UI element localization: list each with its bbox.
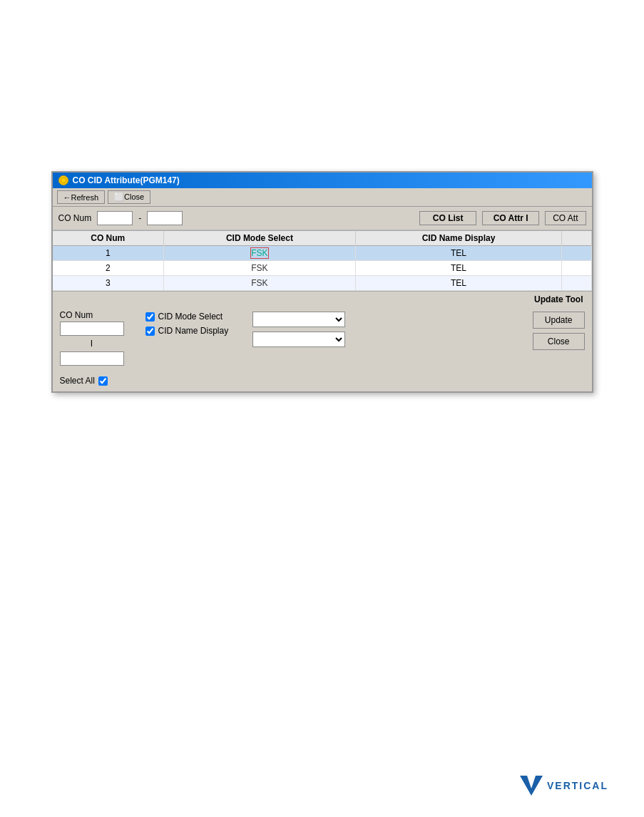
col-header-cid-name: CID Name Display	[355, 231, 562, 246]
co-list-button[interactable]: CO List	[419, 211, 476, 225]
cell-co-num: 2	[53, 261, 164, 276]
select-all-checkbox[interactable]	[98, 376, 108, 386]
logo-text: VERTICAL	[547, 780, 608, 791]
cell-co-num: 1	[53, 246, 164, 261]
title-bar: CO CID Attribute(PGM147)	[53, 173, 592, 188]
co-num-input1[interactable]	[97, 211, 133, 225]
checkboxes-section: CID Mode Select CID Name Display	[145, 310, 245, 336]
cid-name-checkbox-label: CID Name Display	[158, 326, 229, 336]
top-controls: CO Num - CO List CO Attr I CO Att	[53, 207, 592, 230]
close-toolbar-button[interactable]: ⬜Close	[108, 190, 150, 204]
dialog-window: CO CID Attribute(PGM147) ←Refresh ⬜Close…	[51, 171, 593, 393]
cell-cid-name: TEL	[355, 246, 562, 261]
cell-co-num: 3	[53, 276, 164, 291]
select-all-label: Select All	[60, 376, 95, 386]
col-header-cid-mode: CID Mode Select	[164, 231, 356, 246]
svg-point-0	[61, 178, 66, 183]
co-num-label: CO Num	[58, 213, 92, 223]
table-row[interactable]: 2 FSK TEL	[53, 261, 592, 276]
table-row[interactable]: 1 FSK TEL	[53, 246, 592, 261]
refresh-button[interactable]: ←Refresh	[57, 190, 106, 204]
cid-mode-dropdown[interactable]: FSK DTMF	[252, 312, 345, 327]
table-row[interactable]: 3 FSK TEL	[53, 276, 592, 291]
update-button[interactable]: Update	[533, 312, 585, 329]
cell-cid-name: TEL	[355, 276, 562, 291]
co-num-update-input2[interactable]	[60, 351, 124, 366]
title-icon	[58, 175, 68, 185]
co-num-section: CO Num I	[60, 310, 138, 366]
select-all-row: Select All	[53, 373, 592, 391]
dropdowns-section: FSK DTMF TEL NAME	[252, 310, 345, 347]
cid-name-checkbox[interactable]	[145, 327, 155, 336]
close-update-button[interactable]: Close	[533, 333, 585, 350]
cid-mode-checkbox-row: CID Mode Select	[145, 312, 245, 322]
bottom-logo: VERTICAL	[520, 776, 608, 796]
svg-marker-1	[520, 776, 543, 796]
col-header-co-num: CO Num	[53, 231, 164, 246]
cid-name-dropdown[interactable]: TEL NAME	[252, 332, 345, 347]
co-attr-partial-button[interactable]: CO Att	[545, 211, 586, 225]
cell-cid-name: TEL	[355, 261, 562, 276]
co-num-input2[interactable]	[147, 211, 183, 225]
co-num-update-input1[interactable]	[60, 322, 124, 336]
vertical-logo-icon	[520, 776, 543, 796]
cid-mode-checkbox[interactable]	[145, 312, 155, 322]
co-attr-i-button[interactable]: CO Attr I	[482, 211, 539, 225]
cell-cid-mode: FSK	[164, 246, 356, 261]
action-buttons-section: Update Close	[533, 310, 585, 350]
col-header-empty	[562, 231, 591, 246]
data-table: CO Num CID Mode Select CID Name Display …	[53, 230, 592, 292]
cid-name-checkbox-row: CID Name Display	[145, 326, 245, 336]
cell-cid-mode: FSK	[164, 261, 356, 276]
toolbar: ←Refresh ⬜Close	[53, 188, 592, 207]
update-tool-body: CO Num I CID Mode Select CID Name Displa…	[53, 306, 592, 373]
update-tool-header: Update Tool	[53, 292, 592, 306]
cid-mode-checkbox-label: CID Mode Select	[158, 312, 223, 322]
cell-cid-mode: FSK	[164, 276, 356, 291]
co-num-update-label: CO Num	[60, 310, 93, 320]
dash-separator: -	[138, 213, 141, 223]
table-header-row: CO Num CID Mode Select CID Name Display	[53, 231, 592, 246]
update-tool-area: Update Tool CO Num I CID Mode Select	[53, 292, 592, 391]
dialog-title: CO CID Attribute(PGM147)	[73, 175, 180, 185]
co-num-divider: I	[60, 337, 124, 350]
